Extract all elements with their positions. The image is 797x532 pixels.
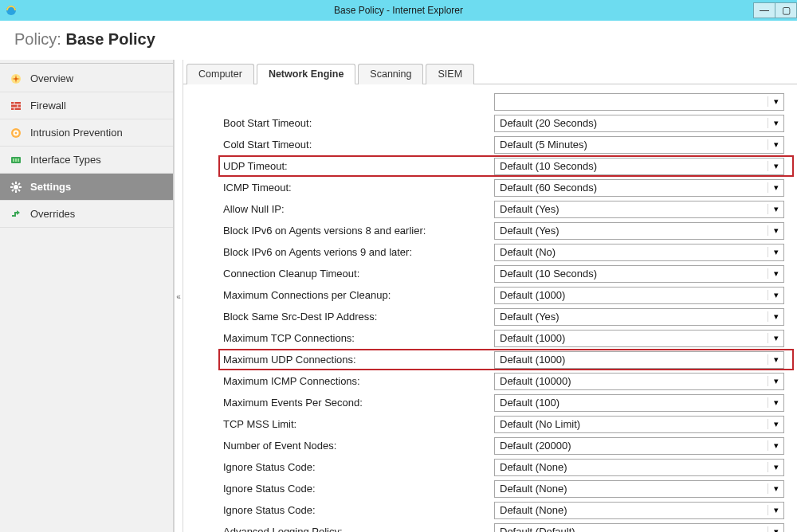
setting-row: Block IPv6 on Agents versions 8 and earl… <box>218 220 794 241</box>
setting-row: Block IPv6 on Agents verions 9 and later… <box>218 241 794 263</box>
sidebar-item-intrusion-prevention[interactable]: Intrusion Prevention <box>0 119 173 147</box>
setting-row: Maximum TCP Connections:Default (1000)▾ <box>218 327 794 349</box>
iface-icon <box>10 154 22 166</box>
setting-dropdown[interactable]: Default (1000)▾ <box>494 287 784 304</box>
setting-value: Default (20 Seconds) <box>495 117 768 129</box>
setting-dropdown[interactable]: Default (No)▾ <box>494 244 784 261</box>
setting-row: Maximum Connections per Cleanup:Default … <box>218 284 794 306</box>
window-titlebar: Base Policy - Internet Explorer — ▢ <box>0 0 797 21</box>
setting-dropdown[interactable]: Default (100)▾ <box>494 394 784 412</box>
setting-value: Default (10 Seconds) <box>495 268 768 280</box>
setting-dropdown[interactable]: Default (None)▾ <box>494 502 784 519</box>
setting-value: Default (Yes) <box>495 311 768 323</box>
chevron-down-icon: ▾ <box>768 354 783 365</box>
chevron-down-icon: ▾ <box>768 397 783 408</box>
setting-dropdown[interactable]: Default (10 Seconds)▾ <box>494 265 784 283</box>
sidebar-item-label: Interface Types <box>30 154 101 166</box>
setting-value: Default (60 Seconds) <box>495 182 768 194</box>
svg-line-15 <box>12 183 14 185</box>
setting-row: Ignore Status Code:Default (None)▾ <box>218 478 794 499</box>
setting-row: Boot Start Timeout:Default (20 Seconds)▾ <box>218 112 794 134</box>
setting-value: Default (None) <box>495 483 768 495</box>
sidebar-item-overrides[interactable]: Overrides <box>0 201 173 228</box>
chevron-down-icon: ▾ <box>768 182 783 193</box>
setting-row: Allow Null IP:Default (Yes)▾ <box>218 198 794 220</box>
setting-dropdown[interactable]: Default (60 Seconds)▾ <box>494 179 784 197</box>
settings-list: ▾Boot Start Timeout:Default (20 Seconds)… <box>183 84 797 532</box>
setting-value: Default (10 Seconds) <box>495 160 768 172</box>
ie-logo-icon <box>5 4 18 17</box>
tab-siem[interactable]: SIEM <box>426 64 474 84</box>
chevron-down-icon: ▾ <box>768 333 783 343</box>
setting-row: ICMP Timeout:Default (60 Seconds)▾ <box>218 177 794 198</box>
setting-value: Default (1000) <box>495 332 768 344</box>
chevron-down-icon: ▾ <box>768 225 783 236</box>
setting-label: Maximum UDP Connections: <box>218 354 494 366</box>
setting-label: Connection Cleanup Timeout: <box>218 268 494 280</box>
setting-dropdown[interactable]: ▾ <box>494 93 784 111</box>
svg-rect-7 <box>13 158 14 162</box>
svg-point-10 <box>14 185 18 190</box>
setting-value: Default (1000) <box>495 354 768 366</box>
setting-dropdown[interactable]: Default (10000)▾ <box>494 373 784 390</box>
setting-row: UDP Timeout:Default (10 Seconds)▾ <box>218 155 794 177</box>
setting-dropdown[interactable]: Default (5 Minutes)▾ <box>494 136 784 154</box>
sidebar-item-interface-types[interactable]: Interface Types <box>0 147 173 174</box>
chevron-down-icon: ▾ <box>768 419 783 429</box>
tab-network-engine[interactable]: Network Engine <box>257 64 355 84</box>
setting-value: Default (10000) <box>495 375 768 387</box>
tab-scanning[interactable]: Scanning <box>358 64 423 84</box>
page-title-name: Base Policy <box>65 30 155 48</box>
setting-dropdown[interactable]: Default (Default)▾ <box>494 523 784 533</box>
setting-dropdown[interactable]: Default (10 Seconds)▾ <box>494 158 784 175</box>
svg-rect-8 <box>15 158 17 162</box>
chevron-down-icon: ▾ <box>768 440 783 451</box>
setting-dropdown[interactable]: Default (No Limit)▾ <box>494 416 784 433</box>
setting-label: TCP MSS Limit: <box>218 418 494 430</box>
setting-row: Maximum ICMP Connections:Default (10000)… <box>218 370 794 392</box>
setting-dropdown[interactable]: Default (Yes)▾ <box>494 222 784 240</box>
setting-label: Cold Start Timeout: <box>218 139 494 151</box>
sidebar-item-firewall[interactable]: Firewall <box>0 92 173 119</box>
setting-label: Block IPv6 on Agents versions 8 and earl… <box>218 225 494 237</box>
setting-dropdown[interactable]: Default (None)▾ <box>494 480 784 498</box>
setting-dropdown[interactable]: Default (20000)▾ <box>494 437 784 455</box>
setting-dropdown[interactable]: Default (1000)▾ <box>494 330 784 347</box>
setting-row: Maximum UDP Connections:Default (1000)▾ <box>218 349 794 370</box>
setting-value: Default (1000) <box>495 289 768 301</box>
sidebar-item-label: Intrusion Prevention <box>30 127 123 139</box>
setting-value: Default (Yes) <box>495 203 768 215</box>
chevron-down-icon: ▾ <box>768 118 783 128</box>
svg-rect-2 <box>11 102 21 110</box>
setting-dropdown[interactable]: Default (Yes)▾ <box>494 308 784 326</box>
sidebar-item-overview[interactable]: Overview <box>0 65 173 92</box>
setting-label: Ignore Status Code: <box>218 504 494 516</box>
minimize-button[interactable]: — <box>753 2 775 18</box>
setting-row: Connection Cleanup Timeout:Default (10 S… <box>218 263 794 284</box>
chevron-down-icon: ▾ <box>768 311 783 322</box>
setting-dropdown[interactable]: Default (Yes)▾ <box>494 201 784 218</box>
firewall-icon <box>10 100 22 112</box>
sidebar-collapse-handle[interactable]: « <box>174 60 183 532</box>
setting-label: Ignore Status Code: <box>218 483 494 495</box>
sidebar-item-label: Firewall <box>30 100 66 111</box>
sidebar-item-label: Settings <box>30 181 71 193</box>
setting-row: Block Same Src-Dest IP Address:Default (… <box>218 306 794 327</box>
setting-label: Ignore Status Code: <box>218 461 494 473</box>
setting-dropdown[interactable]: Default (20 Seconds)▾ <box>494 115 784 132</box>
setting-dropdown[interactable]: Default (1000)▾ <box>494 351 784 369</box>
setting-value: Default (None) <box>495 504 768 516</box>
setting-label: Block Same Src-Dest IP Address: <box>218 311 494 323</box>
svg-line-16 <box>18 190 20 191</box>
setting-value: Default (No) <box>495 246 768 258</box>
sidebar-item-settings[interactable]: Settings <box>0 174 173 201</box>
window-title: Base Policy - Internet Explorer <box>334 5 463 16</box>
setting-value: Default (Default) <box>495 526 768 532</box>
setting-value: Default (20000) <box>495 440 768 452</box>
chevron-down-icon: ▾ <box>768 161 783 171</box>
maximize-button[interactable]: ▢ <box>775 2 797 18</box>
setting-dropdown[interactable]: Default (None)▾ <box>494 459 784 476</box>
settings-icon <box>10 181 22 194</box>
tab-computer[interactable]: Computer <box>186 64 254 84</box>
setting-label: Maximum Connections per Cleanup: <box>218 289 494 301</box>
